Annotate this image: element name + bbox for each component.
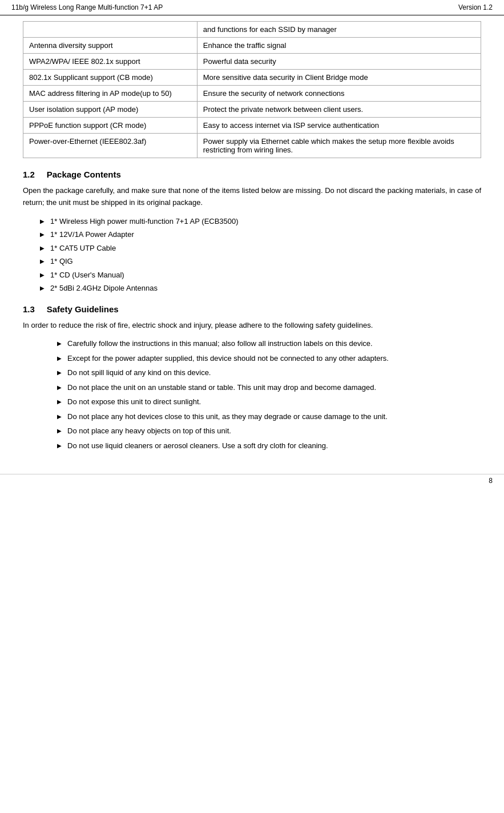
table-row: PPPoE function support (CR mode)Easy to … bbox=[23, 118, 481, 134]
list-item: Except for the power adapter supplied, t… bbox=[57, 353, 481, 364]
section-13-intro: In order to reduce the risk of fire, ele… bbox=[23, 320, 481, 332]
table-row: User isolation support (AP mode)Protect … bbox=[23, 102, 481, 118]
list-item: 1* CAT5 UTP Cable bbox=[40, 243, 481, 254]
section-12-title: 1.2 Package Contents bbox=[23, 170, 481, 179]
description-cell: and functions for each SSID by manager bbox=[197, 22, 481, 38]
description-cell: Power supply via Ethernet cable which ma… bbox=[197, 134, 481, 158]
list-item: 1* QIG bbox=[40, 256, 481, 267]
list-item: 1* Wireless High power multi-function 7+… bbox=[40, 216, 481, 227]
feature-cell: Antenna diversity support bbox=[23, 38, 197, 54]
feature-cell: PPPoE function support (CR mode) bbox=[23, 118, 197, 134]
feature-cell: 802.1x Supplicant support (CB mode) bbox=[23, 70, 197, 86]
feature-cell: Power-over-Ethernet (IEEE802.3af) bbox=[23, 134, 197, 158]
list-item: Do not use liquid cleaners or aerosol cl… bbox=[57, 440, 481, 452]
page-number: 8 bbox=[489, 477, 493, 485]
header-title: 11b/g Wireless Long Range Multi-function… bbox=[11, 3, 163, 11]
description-cell: Protect the private network between clie… bbox=[197, 102, 481, 118]
description-cell: Enhance the traffic signal bbox=[197, 38, 481, 54]
list-item: 1* CD (User's Manual) bbox=[40, 269, 481, 281]
table-row: MAC address filtering in AP mode(up to 5… bbox=[23, 86, 481, 102]
feature-cell: MAC address filtering in AP mode(up to 5… bbox=[23, 86, 197, 102]
list-item: Do not place any heavy objects on top of… bbox=[57, 425, 481, 437]
header-version: Version 1.2 bbox=[458, 3, 493, 11]
table-row: and functions for each SSID by manager bbox=[23, 22, 481, 38]
section-13-title: 1.3 Safety Guidelines bbox=[23, 304, 481, 314]
feature-cell: User isolation support (AP mode) bbox=[23, 102, 197, 118]
list-item: Do not spill liquid of any kind on this … bbox=[57, 367, 481, 379]
section-12-intro: Open the package carefully, and make sur… bbox=[23, 185, 481, 209]
page-footer: 8 bbox=[0, 474, 504, 487]
package-list: 1* Wireless High power multi-function 7+… bbox=[40, 216, 481, 294]
list-item: Do not expose this unit to direct sunlig… bbox=[57, 396, 481, 408]
safety-list: Carefully follow the instructions in thi… bbox=[57, 338, 481, 451]
description-cell: Easy to access internet via ISP service … bbox=[197, 118, 481, 134]
feature-cell: WPA2/WPA/ IEEE 802.1x support bbox=[23, 54, 197, 70]
table-row: Antenna diversity supportEnhance the tra… bbox=[23, 38, 481, 54]
table-row: WPA2/WPA/ IEEE 802.1x supportPowerful da… bbox=[23, 54, 481, 70]
description-cell: Ensure the security of network connectio… bbox=[197, 86, 481, 102]
description-cell: More sensitive data security in Client B… bbox=[197, 70, 481, 86]
list-item: 1* 12V/1A Power Adapter bbox=[40, 229, 481, 240]
section-12-heading: Package Contents bbox=[47, 170, 121, 179]
feature-cell bbox=[23, 22, 197, 38]
list-item: 2* 5dBi 2.4GHz Dipole Antennas bbox=[40, 283, 481, 294]
list-item: Do not place any hot devices close to th… bbox=[57, 411, 481, 422]
section-13-number: 1.3 bbox=[23, 304, 35, 314]
table-row: 802.1x Supplicant support (CB mode)More … bbox=[23, 70, 481, 86]
list-item: Do not place the unit on an unstable sta… bbox=[57, 382, 481, 393]
description-cell: Powerful data security bbox=[197, 54, 481, 70]
table-row: Power-over-Ethernet (IEEE802.3af)Power s… bbox=[23, 134, 481, 158]
features-table: and functions for each SSID by managerAn… bbox=[23, 21, 481, 158]
page-content: and functions for each SSID by managerAn… bbox=[0, 15, 504, 468]
list-item: Carefully follow the instructions in thi… bbox=[57, 338, 481, 349]
section-13-heading: Safety Guidelines bbox=[47, 304, 119, 314]
page-header: 11b/g Wireless Long Range Multi-function… bbox=[0, 0, 504, 15]
section-12-number: 1.2 bbox=[23, 170, 35, 179]
